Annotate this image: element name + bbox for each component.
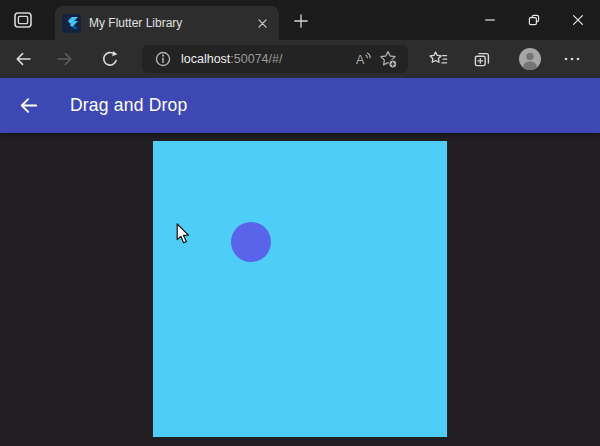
svg-text:A: A	[356, 53, 365, 67]
close-window-button[interactable]	[556, 0, 600, 40]
tab-actions-icon	[12, 9, 34, 31]
browser-window: My Flutter Library	[0, 0, 600, 446]
avatar-icon	[519, 48, 541, 70]
star-plus-icon	[378, 49, 398, 69]
collections-icon	[472, 49, 492, 69]
forward-arrow-icon	[55, 49, 75, 69]
tab-actions-button[interactable]	[9, 7, 37, 33]
read-aloud-icon: A	[354, 49, 374, 69]
draggable-circle[interactable]	[231, 222, 271, 262]
restore-icon	[527, 13, 541, 27]
flutter-favicon-icon	[62, 14, 81, 33]
app-bar-title: Drag and Drop	[70, 95, 187, 116]
favorites-icon	[428, 49, 448, 69]
site-info-icon[interactable]	[154, 50, 172, 68]
settings-menu-button[interactable]	[557, 44, 587, 74]
title-bar: My Flutter Library	[0, 0, 600, 40]
restore-button[interactable]	[512, 0, 556, 40]
content-area	[0, 133, 600, 446]
window-controls	[468, 0, 600, 40]
read-aloud-button[interactable]: A	[352, 47, 376, 71]
drop-zone[interactable]	[153, 141, 447, 437]
collections-button[interactable]	[467, 44, 497, 74]
address-bar[interactable]: localhost:50074/#/ A	[142, 45, 408, 73]
add-favorite-button[interactable]	[376, 47, 400, 71]
refresh-icon	[100, 49, 120, 69]
refresh-button[interactable]	[95, 44, 125, 74]
minimize-icon	[484, 14, 496, 26]
close-icon	[571, 13, 585, 27]
new-tab-button[interactable]	[288, 9, 314, 33]
browser-toolbar: localhost:50074/#/ A	[0, 40, 600, 78]
url-host: localhost	[181, 52, 230, 66]
favorites-button[interactable]	[423, 44, 453, 74]
back-arrow-icon	[13, 49, 33, 69]
ellipsis-icon	[562, 49, 582, 69]
browser-tab[interactable]: My Flutter Library	[55, 6, 279, 40]
minimize-button[interactable]	[468, 0, 512, 40]
app-bar: Drag and Drop	[0, 78, 600, 133]
url-text: localhost:50074/#/	[181, 52, 352, 66]
forward-button[interactable]	[50, 44, 80, 74]
app-back-button[interactable]	[14, 92, 42, 120]
back-button[interactable]	[8, 44, 38, 74]
tab-close-button[interactable]	[253, 14, 272, 33]
profile-button[interactable]	[515, 44, 545, 74]
close-icon	[255, 16, 270, 31]
tab-title: My Flutter Library	[89, 16, 245, 30]
plus-icon	[293, 13, 309, 29]
url-path: :50074/#/	[230, 52, 282, 66]
back-arrow-icon	[17, 94, 40, 117]
